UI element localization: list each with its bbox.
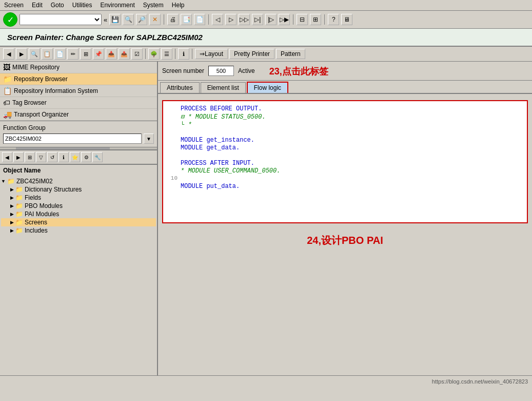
menu-system[interactable]: System	[143, 2, 164, 9]
win1-btn[interactable]: ⊟	[297, 14, 308, 25]
root-label: ZBC425IM02	[16, 178, 53, 185]
nav-repo-info[interactable]: 📋 Repository Information System	[0, 85, 157, 97]
transport-label: Transport Organizer	[14, 111, 69, 118]
function-group-section: Function Group ▼	[0, 121, 157, 147]
left-panel: 🖼 MIME Repository 📁 Repository Browser 📋…	[0, 62, 158, 375]
h-scrollbar[interactable]	[0, 147, 157, 150]
print-btn[interactable]: 🖨	[167, 14, 179, 25]
repo-browser-label: Repository Browser	[14, 75, 68, 83]
mini-toolbar: ◀ ▶ ⊞ ▽ ↺ ℹ ⭐ ⚙ 🔧	[0, 150, 157, 164]
command-input[interactable]	[19, 14, 102, 25]
nav-transport[interactable]: 🚚 Transport Organizer	[0, 109, 157, 121]
tb2-info[interactable]: ℹ	[178, 48, 189, 60]
nav-tag-browser[interactable]: 🏷 Tag Browser	[0, 97, 157, 109]
mime-label: MIME Repository	[12, 64, 60, 71]
code-line-7	[167, 152, 523, 159]
monitor-btn[interactable]: 🖥	[341, 14, 352, 25]
tb2-back[interactable]: ◀	[3, 48, 14, 60]
tb2-table[interactable]: ⊞	[80, 48, 91, 60]
fwd-btn[interactable]: ▷	[225, 14, 237, 25]
menu-environment[interactable]: Environment	[100, 2, 134, 9]
screen-num-input[interactable]	[208, 66, 234, 76]
tree-screens[interactable]: ▶ 📁 Screens	[1, 218, 156, 226]
tb2-hier[interactable]: 🌳	[148, 48, 160, 60]
bookmark-btn[interactable]: 📑	[181, 14, 192, 25]
prev-btn[interactable]: «	[104, 16, 107, 24]
tb2-paste[interactable]: 📌	[93, 48, 104, 60]
code-line-9: * MODULE USER_COMMAND_0500.	[167, 167, 523, 175]
nav4-btn[interactable]: ▷|	[252, 14, 263, 25]
ok-button[interactable]: ✓	[3, 12, 17, 27]
nav5-btn[interactable]: |▷	[265, 14, 277, 25]
tree-root[interactable]: ▼ 📁 ZBC425IM02	[1, 177, 156, 185]
nav6-btn[interactable]: ▷▶	[279, 14, 290, 25]
screens-arrow: ▶	[10, 220, 14, 225]
find-btn[interactable]: 🔍	[123, 14, 134, 25]
right-panel: Screen number Active 23,点击此标签 Attributes…	[158, 62, 532, 375]
pai-icon: 📁	[15, 211, 23, 218]
tree-includes[interactable]: ▶ 📁 Includes	[1, 226, 156, 235]
pbo-label: PBO Modules	[25, 202, 63, 209]
tb2-pencil[interactable]: ✏	[67, 48, 78, 60]
tb2-list[interactable]: ☰	[161, 48, 172, 60]
function-group-dropdown[interactable]: ▼	[144, 133, 154, 144]
mini-settings2[interactable]: 🔧	[92, 152, 103, 162]
tree-dict[interactable]: ▶ 📁 Dictionary Structures	[1, 185, 156, 194]
dict-arrow: ▶	[10, 187, 14, 192]
win2-btn[interactable]: ⊞	[310, 14, 321, 25]
pages-btn[interactable]: 📄	[194, 14, 205, 25]
pbo-icon: 📁	[15, 202, 23, 209]
tab-flow-logic[interactable]: Flow logic	[247, 82, 288, 93]
root-arrow: ▼	[1, 179, 6, 184]
mini-back[interactable]: ◀	[2, 152, 12, 162]
code-box: PROCESS BEFORE OUTPUT. ⊟ * MODULE STATUS…	[162, 100, 528, 223]
sep7	[192, 49, 192, 59]
menu-screen[interactable]: Screen	[4, 2, 24, 9]
tb2-import[interactable]: 📥	[106, 48, 117, 60]
screens-label: Screens	[25, 219, 47, 226]
nav-mime[interactable]: 🖼 MIME Repository	[0, 62, 157, 73]
tabs-row: Attributes Element list Flow logic	[158, 81, 532, 94]
pai-arrow: ▶	[10, 212, 14, 217]
help-btn[interactable]: ?	[328, 14, 339, 25]
mini-gear[interactable]: ⚙	[81, 152, 91, 162]
find2-btn[interactable]: 🔎	[136, 14, 147, 25]
layout-btn[interactable]: ⇒Layout	[195, 49, 228, 59]
fields-label: Fields	[25, 194, 41, 201]
pretty-printer-btn[interactable]: Pretty Printer	[229, 49, 274, 59]
menu-utilities[interactable]: Utilities	[72, 2, 92, 9]
tree-pai[interactable]: ▶ 📁 PAI Modules	[1, 210, 156, 218]
mini-filter[interactable]: ▽	[36, 152, 46, 162]
sep1	[164, 14, 164, 25]
mini-expand[interactable]: ⊞	[25, 152, 35, 162]
mini-sync[interactable]: ↺	[47, 152, 57, 162]
includes-arrow: ▶	[10, 228, 14, 233]
tb2-search[interactable]: 🔍	[29, 48, 40, 60]
function-group-input[interactable]	[3, 133, 142, 144]
tab-attributes[interactable]: Attributes	[160, 82, 200, 93]
pattern-btn[interactable]: Pattern	[276, 49, 305, 59]
screen-num-label: Screen number	[162, 67, 204, 74]
includes-label: Includes	[25, 227, 48, 234]
mini-star[interactable]: ⭐	[70, 152, 80, 162]
status-bar: https://blog.csdn.net/weixin_40672823	[0, 375, 532, 387]
nav3-btn[interactable]: ▷▷	[239, 14, 250, 25]
menu-edit[interactable]: Edit	[32, 2, 43, 9]
cross-btn[interactable]: ✕	[149, 14, 161, 25]
menu-help[interactable]: Help	[172, 2, 185, 9]
tb2-copy[interactable]: 📋	[42, 48, 53, 60]
mini-info[interactable]: ℹ	[58, 152, 69, 162]
tb2-export[interactable]: 📤	[119, 48, 130, 60]
tree-fields[interactable]: ▶ 📁 Fields	[1, 194, 156, 202]
nav-repo-browser[interactable]: 📁 Repository Browser	[0, 73, 157, 85]
tb2-props[interactable]: 📄	[54, 48, 66, 60]
tb2-fwd[interactable]: ▶	[16, 48, 27, 60]
save-btn[interactable]: 💾	[109, 14, 121, 25]
tree-pbo[interactable]: ▶ 📁 PBO Modules	[1, 202, 156, 210]
object-tree: ▼ 📁 ZBC425IM02 ▶ 📁 Dictionary Structures…	[0, 176, 157, 375]
tb2-check[interactable]: ☑	[131, 48, 143, 60]
mini-fwd[interactable]: ▶	[13, 152, 24, 162]
menu-goto[interactable]: Goto	[51, 2, 64, 9]
back-btn[interactable]: ◁	[212, 14, 223, 25]
tab-element-list[interactable]: Element list	[201, 82, 246, 93]
